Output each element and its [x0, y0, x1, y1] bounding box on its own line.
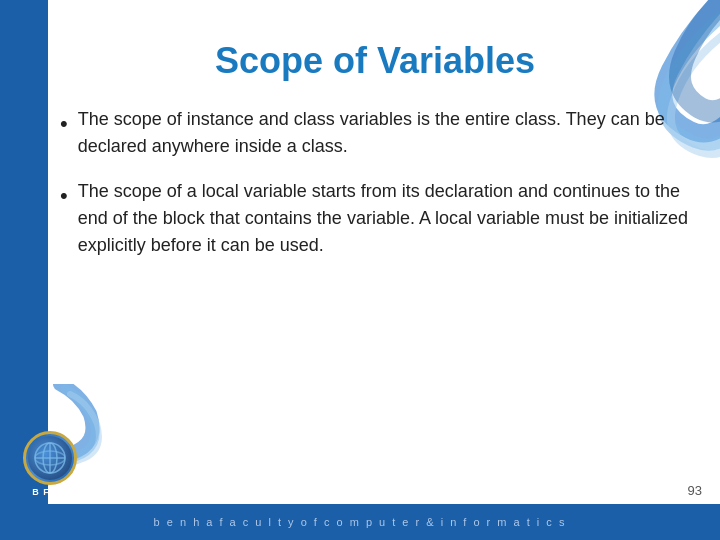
slide: Scope of Variables • The scope of instan…	[0, 0, 720, 540]
bottom-bar-text: B e n h a f a c u l t y o f c o m p u t …	[60, 516, 660, 528]
bottom-bar: B e n h a f a c u l t y o f c o m p u t …	[0, 504, 720, 540]
slide-title: Scope of Variables	[60, 40, 700, 82]
main-content: Scope of Variables • The scope of instan…	[60, 20, 700, 490]
bullet-text-1: The scope of instance and class variable…	[78, 106, 700, 160]
logo-globe-icon	[33, 441, 67, 475]
logo-area: B F C I	[0, 424, 100, 504]
bullet-text-2: The scope of a local variable starts fro…	[78, 178, 700, 259]
logo-circle	[23, 431, 77, 485]
logo-inner	[28, 436, 72, 480]
bullet-dot-2: •	[60, 179, 68, 212]
list-item: • The scope of instance and class variab…	[60, 106, 700, 160]
bullet-list: • The scope of instance and class variab…	[60, 106, 700, 277]
logo-label: B F C I	[32, 487, 68, 497]
list-item: • The scope of a local variable starts f…	[60, 178, 700, 259]
bullet-dot-1: •	[60, 107, 68, 140]
